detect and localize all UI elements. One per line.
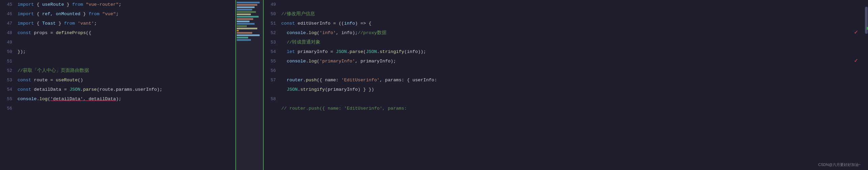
code-line-48: 48 const props = defineProps({ bbox=[0, 28, 235, 38]
minimap-line bbox=[237, 18, 253, 20]
rcode-line-57: 57 router.push({ name: 'EditUserinfo', p… bbox=[264, 76, 865, 85]
rcode-line-56: 56 bbox=[264, 66, 865, 76]
rline-num-58: 58 bbox=[264, 95, 281, 104]
rline-num-50: 50 bbox=[264, 10, 281, 19]
left-code-area: 45 import { useRoute } from "vue-router"… bbox=[0, 0, 235, 170]
rline-content-49 bbox=[281, 0, 865, 9]
rcode-line-57b: 57 JSON.stringify(primaryInfo) } }) bbox=[264, 85, 865, 94]
line-num-48: 48 bbox=[0, 29, 18, 37]
rline-num-55: 55 bbox=[264, 57, 281, 66]
rline-num-49: 49 bbox=[264, 0, 281, 9]
rcode-line-51: 51 const editUserInfo = ((info) => { bbox=[264, 19, 865, 28]
code-line-46: 46 import { ref, onMounted } from "vue"; bbox=[0, 9, 235, 19]
line-num-51: 51 bbox=[0, 57, 18, 66]
rline-num-52: 52 bbox=[264, 29, 281, 37]
right-code-panel: 49 50 //修改用户信息 51 const editUserInfo = (… bbox=[264, 0, 865, 170]
minimap-line bbox=[237, 34, 260, 36]
line-content-50: }); bbox=[18, 48, 235, 56]
rline-content-58 bbox=[281, 95, 865, 104]
code-line-50: 50 }); bbox=[0, 47, 235, 57]
editor-container: 45 import { useRoute } from "vue-router"… bbox=[0, 0, 868, 170]
rcode-line-53: 53 //转成普通对象 bbox=[264, 38, 865, 47]
rline-num-57: 57 bbox=[264, 76, 281, 85]
line-content-51 bbox=[18, 57, 235, 66]
minimap-line bbox=[237, 21, 250, 22]
line-content-49 bbox=[18, 38, 235, 47]
minimap-line bbox=[237, 2, 260, 3]
rline-content-51: const editUserInfo = ((info) => { bbox=[281, 19, 865, 28]
code-line-53: 53 const route = useRoute() bbox=[0, 76, 235, 85]
code-line-52: 52 //获取「个人中心」页面路由数据 bbox=[0, 66, 235, 76]
line-num-46: 46 bbox=[0, 10, 18, 19]
line-num-53: 53 bbox=[0, 76, 18, 85]
code-line-51: 51 bbox=[0, 57, 235, 66]
code-line-56: 56 bbox=[0, 104, 235, 113]
line-num-50: 50 bbox=[0, 48, 18, 56]
minimap-marker bbox=[237, 30, 239, 31]
right-panel-wrapper: 49 50 //修改用户信息 51 const editUserInfo = (… bbox=[263, 0, 868, 170]
rline-content-59: // router.push({ name: 'EditUserinfo', p… bbox=[281, 104, 865, 113]
rline-content-56 bbox=[281, 66, 865, 75]
rline-content-55: console.log('primaryInfo', primaryInfo); bbox=[281, 57, 865, 66]
line-num-56: 56 bbox=[0, 104, 18, 113]
code-line-49: 49 bbox=[0, 38, 235, 47]
line-content-55: console.log('detailData', detailData); bbox=[18, 95, 235, 104]
minimap-line bbox=[237, 4, 257, 6]
code-line-54: 54 const detailData = JSON.parse(route.p… bbox=[0, 85, 235, 94]
minimap-line bbox=[237, 11, 256, 13]
line-num-49: 49 bbox=[0, 38, 18, 47]
rcode-line-59: 59 // router.push({ name: 'EditUserinfo'… bbox=[264, 104, 865, 113]
rline-content-52: console.log('info', info);//proxy数据 bbox=[281, 29, 865, 37]
minimap-left bbox=[236, 0, 263, 170]
minimap-line bbox=[237, 28, 257, 29]
rline-content-57: router.push({ name: 'EditUserinfo', para… bbox=[281, 76, 865, 85]
line-num-47: 47 bbox=[0, 19, 18, 28]
rcode-line-52: 52 console.log('info', info);//proxy数据 ✓ bbox=[264, 28, 865, 38]
line-content-53: const route = useRoute() bbox=[18, 76, 235, 85]
scrollbar-thumb bbox=[865, 7, 868, 34]
left-code-panel: 45 import { useRoute } from "vue-router"… bbox=[0, 0, 236, 170]
rcode-line-49: 49 bbox=[264, 0, 865, 9]
minimap-line bbox=[237, 23, 255, 25]
line-content-56 bbox=[18, 104, 235, 113]
checkmark-52: ✓ bbox=[854, 28, 858, 36]
right-scrollbar[interactable] bbox=[865, 0, 868, 170]
line-content-45: import { useRoute } from "vue-router"; bbox=[18, 0, 235, 9]
rcode-line-58: 58 bbox=[264, 94, 865, 104]
line-content-48: const props = defineProps({ bbox=[18, 29, 235, 37]
rline-content-54: let primaryInfo = JSON.parse(JSON.string… bbox=[281, 48, 865, 56]
line-content-52: //获取「个人中心」页面路由数据 bbox=[18, 66, 235, 75]
code-line-47: 47 import { Toast } from 'vant'; bbox=[0, 19, 235, 28]
rline-num-51: 51 bbox=[264, 19, 281, 28]
rline-content-50: //修改用户信息 bbox=[281, 10, 865, 19]
minimap-line bbox=[237, 37, 248, 38]
right-code-area: 49 50 //修改用户信息 51 const editUserInfo = (… bbox=[264, 0, 865, 170]
code-line-55: 55 console.log('detailData', detailData)… bbox=[0, 94, 235, 104]
minimap-line bbox=[237, 32, 252, 34]
checkmark-55: ✓ bbox=[854, 57, 858, 64]
minimap-line bbox=[237, 6, 255, 8]
minimap-line bbox=[237, 25, 247, 27]
code-line-45: 45 import { useRoute } from "vue-router"… bbox=[0, 0, 235, 9]
line-content-54: const detailData = JSON.parse(route.para… bbox=[18, 85, 235, 94]
watermark: CSDN@六月要好好加油~ bbox=[818, 162, 861, 167]
rcode-line-54: 54 let primaryInfo = JSON.parse(JSON.str… bbox=[264, 47, 865, 57]
line-content-47: import { Toast } from 'vant'; bbox=[18, 19, 235, 28]
line-num-45: 45 bbox=[0, 0, 18, 9]
minimap-line bbox=[237, 16, 259, 18]
line-content-46: import { ref, onMounted } from "vue"; bbox=[18, 10, 235, 19]
minimap-line bbox=[237, 39, 251, 41]
scrollbar-highlight bbox=[867, 27, 868, 30]
rline-num-54: 54 bbox=[264, 48, 281, 56]
rcode-line-55: 55 console.log('primaryInfo', primaryInf… bbox=[264, 57, 865, 66]
minimap-line bbox=[237, 13, 251, 15]
rline-num-53: 53 bbox=[264, 38, 281, 47]
line-num-55: 55 bbox=[0, 95, 18, 104]
rcode-line-50: 50 //修改用户信息 bbox=[264, 9, 865, 19]
rline-content-53: //转成普通对象 bbox=[281, 38, 865, 47]
rline-content-57b: JSON.stringify(primaryInfo) } }) bbox=[281, 85, 865, 94]
line-num-52: 52 bbox=[0, 66, 18, 75]
line-num-54: 54 bbox=[0, 85, 18, 94]
minimap-line bbox=[237, 9, 252, 10]
rline-num-56: 56 bbox=[264, 66, 281, 75]
